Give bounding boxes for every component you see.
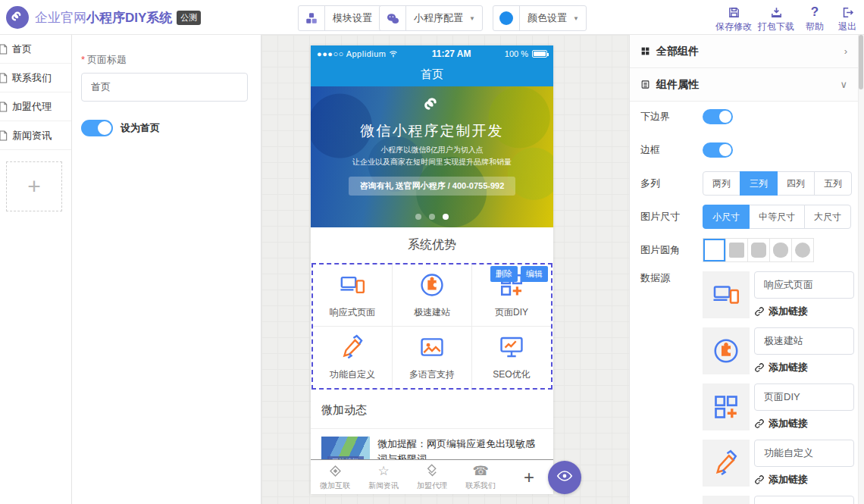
app-window: 企业官网小程序DIY系统 公测 模块设置 ▼ 小程序配置 ▼ 颜色设置 ▼ 保存… xyxy=(0,0,864,504)
size-option-large[interactable]: 大尺寸 xyxy=(804,205,851,229)
miniprogram-config-button[interactable]: 小程序配置 ▼ xyxy=(379,5,483,31)
component-props-header[interactable]: 组件属性 ∨ xyxy=(630,68,858,102)
tab-add-button[interactable]: + xyxy=(505,460,553,494)
add-page-button[interactable]: + xyxy=(6,161,62,211)
phone-nav-bar: 首页 xyxy=(311,62,553,86)
add-link-button[interactable]: 添加链接 xyxy=(754,473,808,487)
link-icon xyxy=(754,306,765,317)
prop-columns: 多列 两列 三列 四列 五列 xyxy=(640,171,852,196)
page-settings-panel: *页面标题 设为首页 xyxy=(72,35,261,504)
eye-icon xyxy=(556,468,573,487)
edit-component-button[interactable]: 编辑 xyxy=(521,266,548,282)
design-canvas: ●●●○○ Applidium 11:27 AM 100 % 首页 微信小程序定… xyxy=(261,35,629,504)
grid-item-custom[interactable]: 功能自定义 xyxy=(313,327,392,388)
prop-bottom-border: 下边界 xyxy=(640,109,733,124)
radius-option-none-selected[interactable] xyxy=(703,239,725,261)
size-option-small-active[interactable]: 小尺寸 xyxy=(703,205,750,229)
dot xyxy=(415,214,421,220)
wechat-icon xyxy=(380,11,405,26)
datasource-title-input[interactable] xyxy=(754,383,854,411)
columns-option-3-active[interactable]: 三列 xyxy=(740,171,778,196)
sidebar-item-home[interactable]: 首页 xyxy=(0,35,71,64)
dot-active xyxy=(443,214,449,220)
sidebar-item-agency[interactable]: 加盟代理 xyxy=(0,92,71,121)
panel-scrollbar[interactable] xyxy=(858,35,864,504)
tab-contact[interactable]: ☎ 联系我们 xyxy=(456,460,505,494)
all-components-header[interactable]: 全部组件 › xyxy=(630,35,858,68)
preview-eye-button[interactable] xyxy=(548,461,581,494)
prop-image-size: 图片尺寸 小尺寸 中等尺寸 大尺寸 xyxy=(640,205,851,229)
delete-component-button[interactable]: 删除 xyxy=(490,266,518,282)
columns-segmented-control: 两列 三列 四列 五列 xyxy=(703,171,852,196)
sidebar-item-contact[interactable]: 联系我们 xyxy=(0,64,71,92)
selected-grid-component[interactable]: 删除 编辑 响应式页面 极速建站 页面DIY 功能自定义 多语言支持 SEO优化 xyxy=(311,263,553,390)
download-button[interactable]: 打包下载 xyxy=(756,5,796,33)
battery-icon xyxy=(532,50,547,58)
image-size-segmented-control: 小尺寸 中等尺寸 大尺寸 xyxy=(703,205,851,229)
app-title-part2: 小程序DIY系统 xyxy=(86,11,172,25)
sidebar-item-label: 联系我们 xyxy=(12,71,52,85)
module-settings-label: 模块设置 xyxy=(325,11,378,25)
color-circle-icon xyxy=(493,11,519,25)
caret-down-icon: ▼ xyxy=(469,15,482,22)
datasource-title-input[interactable] xyxy=(754,440,854,467)
scrollbar-thumb[interactable] xyxy=(859,35,863,89)
required-mark: * xyxy=(81,54,85,65)
datasource-title-input[interactable] xyxy=(754,271,854,299)
size-option-medium[interactable]: 中等尺寸 xyxy=(749,205,805,229)
prop-image-radius: 图片圆角 xyxy=(640,238,814,262)
save-button[interactable]: 保存修改 xyxy=(714,5,753,33)
grid-item-fastbuild[interactable]: 极速建站 xyxy=(393,265,471,326)
add-link-button[interactable]: 添加链接 xyxy=(754,305,808,318)
banner-subtitle1: 小程序以微信8亿用户为切入点 xyxy=(311,145,553,155)
columns-option-5[interactable]: 五列 xyxy=(814,171,852,196)
props-list-icon xyxy=(640,80,650,89)
border-toggle[interactable] xyxy=(703,142,733,158)
add-link-button[interactable]: 添加链接 xyxy=(754,361,808,374)
exit-button[interactable]: 退出 xyxy=(832,5,862,33)
color-settings-button[interactable]: 颜色设置 ▼ xyxy=(493,5,587,31)
help-label: 帮助 xyxy=(800,20,830,33)
bottom-border-toggle[interactable] xyxy=(703,109,733,124)
image-radius-options xyxy=(703,238,814,262)
columns-option-2[interactable]: 两列 xyxy=(703,171,740,196)
columns-option-4[interactable]: 四列 xyxy=(777,171,815,196)
grid-item-multilang[interactable]: 多语言支持 xyxy=(393,327,471,388)
puzzle-icon xyxy=(419,272,445,301)
pencil-icon xyxy=(703,440,750,487)
app-logo-icon xyxy=(6,6,29,29)
set-home-label: 设为首页 xyxy=(121,121,160,135)
star-icon: ☆ xyxy=(377,464,389,479)
sidebar-item-news[interactable]: 新闻资讯 xyxy=(0,121,71,150)
puzzle-icon xyxy=(703,327,750,374)
tab-news[interactable]: ☆ 新闻资讯 xyxy=(359,460,408,494)
add-link-button[interactable]: 添加链接 xyxy=(754,417,808,430)
radius-option-large[interactable] xyxy=(769,239,791,261)
datasource-title-input[interactable] xyxy=(754,496,854,504)
page-title-input[interactable] xyxy=(81,73,248,102)
responsive-icon xyxy=(340,272,365,301)
color-settings-label: 颜色设置 xyxy=(520,11,573,25)
datasource-tile xyxy=(703,496,750,504)
module-settings-button[interactable]: 模块设置 ▼ xyxy=(298,5,392,31)
help-button[interactable]: ? 帮助 xyxy=(800,5,830,33)
app-title: 企业官网小程序DIY系统 xyxy=(35,9,172,27)
radius-option-medium[interactable] xyxy=(747,239,769,261)
seo-monitor-icon xyxy=(499,334,524,363)
sidebar-item-label: 加盟代理 xyxy=(12,100,52,114)
radius-option-slight[interactable] xyxy=(725,239,747,261)
phone-handset-icon: ☎ xyxy=(472,464,488,479)
banner-pill: 咨询有礼 送官网小程序 / 400-0755-992 xyxy=(349,177,516,196)
tab-agency[interactable]: 加盟代理 xyxy=(408,460,456,494)
top-header: 企业官网小程序DIY系统 公测 模块设置 ▼ 小程序配置 ▼ 颜色设置 ▼ 保存… xyxy=(0,0,864,35)
grid-item-seo[interactable]: SEO优化 xyxy=(472,327,551,388)
datasource-title-input[interactable] xyxy=(754,327,854,355)
help-icon: ? xyxy=(800,5,830,20)
brand: 企业官网小程序DIY系统 公测 xyxy=(6,6,201,29)
grid-item-responsive[interactable]: 响应式页面 xyxy=(313,265,392,326)
battery-percent: 100 % xyxy=(505,49,528,58)
set-home-toggle[interactable] xyxy=(81,120,113,136)
banner-component[interactable]: 微信小程序定制开发 小程序以微信8亿用户为切入点 让企业以及商家在短时间里实现提… xyxy=(311,86,553,227)
radius-option-circle[interactable] xyxy=(791,239,813,261)
tab-weijia[interactable]: 微加互联 xyxy=(311,460,359,494)
